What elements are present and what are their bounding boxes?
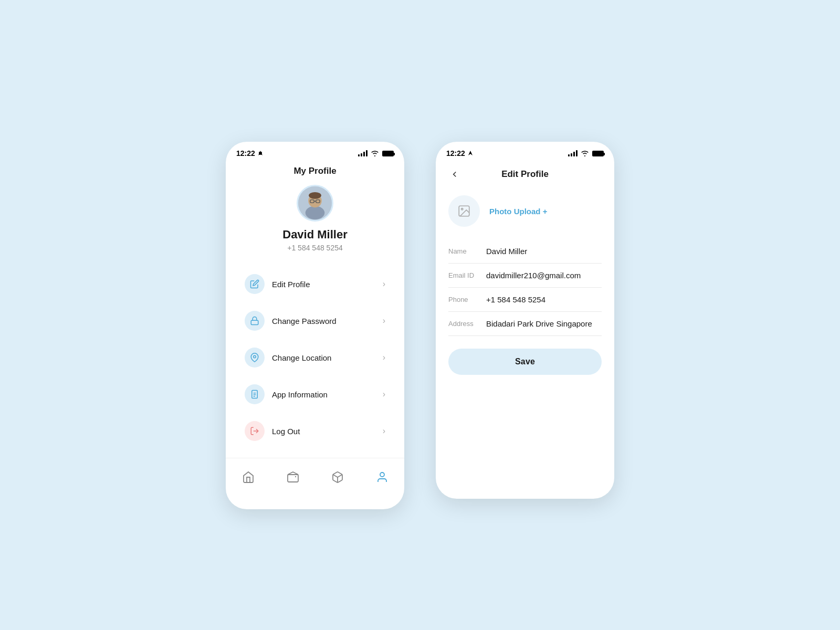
bottom-nav — [226, 458, 404, 499]
wifi-icon-1 — [371, 150, 379, 156]
log-out-icon-wrap — [245, 421, 265, 441]
email-label: Email ID — [448, 271, 486, 279]
back-button[interactable] — [446, 166, 463, 183]
address-value[interactable]: Bidadari Park Drive Singapore — [486, 319, 592, 328]
svg-point-16 — [380, 472, 384, 477]
logout-icon — [250, 426, 259, 436]
menu-list: Edit Profile › Change Password › — [226, 262, 404, 453]
nav-wallet[interactable] — [281, 466, 304, 489]
phone-label: Phone — [448, 296, 486, 303]
home-icon — [242, 471, 255, 484]
battery-icon-2 — [592, 151, 604, 156]
edit-profile-chevron: › — [383, 279, 385, 289]
box-icon — [331, 471, 344, 484]
location-arrow-icon-2 — [467, 150, 474, 156]
save-button-wrap: Save — [436, 336, 614, 387]
nav-home[interactable] — [237, 466, 260, 489]
profile-screen: 12:22 My Profile — [226, 142, 404, 509]
svg-point-8 — [254, 355, 256, 358]
location-icon — [250, 353, 259, 362]
photo-upload-icon — [457, 204, 471, 218]
app-information-label: App Information — [272, 390, 383, 399]
status-time-1: 12:22 — [236, 149, 264, 158]
log-out-chevron: › — [383, 426, 385, 436]
photo-circle — [448, 195, 480, 227]
pencil-icon — [250, 279, 259, 289]
name-value[interactable]: David Miller — [486, 247, 527, 256]
edit-profile-title: Edit Profile — [463, 169, 587, 180]
signal-icon-1 — [358, 150, 368, 156]
email-field-row: Email ID davidmiller210@gmail.com — [448, 264, 602, 288]
address-label: Address — [448, 320, 486, 328]
svg-point-18 — [461, 208, 463, 210]
edit-profile-screen: 12:22 — [436, 142, 614, 499]
location-arrow-icon-1 — [257, 150, 264, 156]
app-information-icon-wrap — [245, 384, 265, 404]
battery-icon-1 — [382, 151, 394, 156]
status-bar-2: 12:22 — [436, 142, 614, 161]
profile-content: My Profile — [226, 161, 404, 499]
screens-container: 12:22 My Profile — [226, 121, 614, 509]
log-out-label: Log Out — [272, 427, 383, 436]
edit-profile-label: Edit Profile — [272, 280, 383, 289]
edit-profile-icon-wrap — [245, 274, 265, 294]
photo-upload-label[interactable]: Photo Upload + — [489, 207, 547, 216]
log-out-menu-item[interactable]: Log Out › — [236, 414, 394, 448]
profile-name: David Miller — [282, 228, 347, 242]
app-information-chevron: › — [383, 390, 385, 399]
screen-title-1: My Profile — [226, 161, 404, 185]
form-fields: Name David Miller Email ID davidmiller21… — [436, 239, 614, 336]
status-icons-1 — [358, 150, 394, 156]
phone-field-row: Phone +1 584 548 5254 — [448, 288, 602, 312]
time-display-1: 12:22 — [236, 149, 255, 158]
status-icons-2 — [568, 150, 604, 156]
change-location-icon-wrap — [245, 348, 265, 368]
avatar — [297, 185, 333, 222]
change-location-chevron: › — [383, 353, 385, 362]
nav-box[interactable] — [326, 466, 349, 489]
save-button[interactable]: Save — [448, 349, 602, 375]
svg-rect-14 — [288, 475, 298, 482]
edit-header: Edit Profile — [436, 161, 614, 190]
app-information-menu-item[interactable]: App Information › — [236, 377, 394, 412]
change-password-icon-wrap — [245, 311, 265, 331]
nav-profile[interactable] — [371, 466, 394, 489]
status-time-2: 12:22 — [446, 149, 474, 158]
change-password-menu-item[interactable]: Change Password › — [236, 303, 394, 338]
profile-nav-icon — [376, 471, 388, 484]
edit-profile-menu-item[interactable]: Edit Profile › — [236, 267, 394, 301]
phone-value[interactable]: +1 584 548 5254 — [486, 295, 545, 304]
wifi-icon-2 — [581, 150, 589, 156]
change-password-chevron: › — [383, 316, 385, 326]
email-value[interactable]: davidmiller210@gmail.com — [486, 271, 581, 280]
name-field-row: Name David Miller — [448, 239, 602, 264]
lock-icon — [250, 316, 259, 326]
name-label: Name — [448, 247, 486, 255]
svg-rect-7 — [251, 320, 258, 324]
time-display-2: 12:22 — [446, 149, 465, 158]
change-password-label: Change Password — [272, 317, 383, 326]
profile-phone: +1 584 548 5254 — [287, 244, 343, 252]
svg-point-1 — [306, 206, 325, 219]
status-bar-1: 12:22 — [226, 142, 404, 161]
signal-icon-2 — [568, 150, 578, 156]
wallet-icon — [287, 471, 299, 484]
address-field-row: Address Bidadari Park Drive Singapore — [448, 312, 602, 336]
avatar-image — [298, 186, 332, 220]
svg-point-3 — [309, 192, 321, 199]
photo-upload-section: Photo Upload + — [436, 190, 614, 239]
change-location-menu-item[interactable]: Change Location › — [236, 340, 394, 375]
profile-header: David Miller +1 584 548 5254 — [226, 185, 404, 262]
info-icon — [250, 390, 259, 399]
change-location-label: Change Location — [272, 353, 383, 362]
